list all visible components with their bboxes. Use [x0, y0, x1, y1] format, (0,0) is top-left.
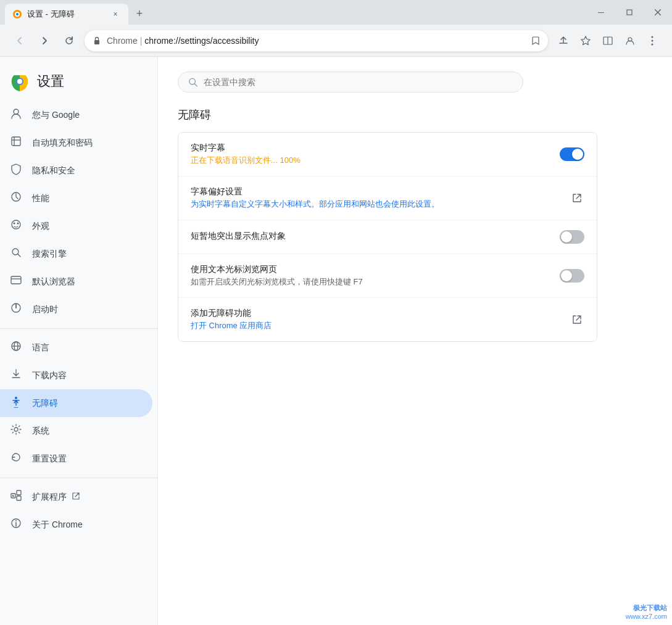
sidebar-item-language[interactable]: 语言: [0, 334, 152, 362]
svg-point-24: [12, 220, 20, 229]
toggle-live_captions[interactable]: [560, 147, 584, 161]
settings-row-add_accessibility: 添加无障碍功能 打开 Chrome 应用商店: [178, 298, 597, 341]
svg-point-44: [15, 520, 17, 521]
tab-favicon: [12, 9, 22, 19]
svg-point-13: [652, 43, 653, 45]
sidebar-item-appearance[interactable]: 外观: [0, 212, 152, 240]
section-title: 无障碍: [178, 107, 652, 122]
svg-line-28: [18, 254, 20, 257]
sidebar-item-google[interactable]: 您与 Google: [0, 101, 152, 129]
main-content: 无障碍 实时字幕 正在下载语音识别文件... 100% 字幕偏好设置 为实时字幕…: [158, 57, 672, 625]
tab-strip: 设置 - 无障碍 × +: [0, 0, 148, 25]
svg-rect-29: [11, 276, 21, 284]
sidebar-item-extensions[interactable]: 扩展程序: [0, 483, 152, 511]
share-button[interactable]: [554, 31, 573, 51]
sidebar-item-label-performance: 性能: [32, 193, 49, 204]
sidebar-icon-appearance: [10, 218, 22, 234]
bookmark-icon[interactable]: [531, 36, 541, 46]
settings-card: 实时字幕 正在下载语音识别文件... 100% 字幕偏好设置 为实时字幕自定义字…: [178, 132, 597, 342]
search-icon: [188, 77, 197, 87]
settings-row-desc-add_accessibility: 打开 Chrome 应用商店: [191, 320, 570, 331]
sidebar-divider-2: [0, 478, 157, 478]
toggle-caret_browse[interactable]: [560, 269, 584, 283]
settings-row-content-caret_browse: 使用文本光标浏览网页 如需开启或关闭光标浏览模式，请使用快捷键 F7: [191, 264, 560, 288]
search-input[interactable]: [204, 77, 513, 87]
sidebar-item-system[interactable]: 系统: [0, 417, 152, 445]
sidebar-item-reset[interactable]: 重置设置: [0, 445, 152, 473]
sidebar-item-browser[interactable]: 默认浏览器: [0, 268, 152, 296]
svg-point-2: [16, 13, 19, 15]
toggle-highlight_focus[interactable]: [560, 230, 584, 244]
settings-row-title-highlight_focus: 短暂地突出显示焦点对象: [191, 231, 560, 242]
sidebar-icon-search: [10, 246, 22, 262]
settings-row-desc-caption_prefs: 为实时字幕自定义字幕大小和样式。部分应用和网站也会使用此设置。: [191, 199, 570, 210]
sidebar-item-label-appearance: 外观: [32, 221, 49, 232]
sidebar-item-startup[interactable]: 启动时: [0, 296, 152, 323]
svg-rect-3: [598, 12, 604, 13]
close-window-button[interactable]: [644, 0, 672, 25]
refresh-button[interactable]: [59, 31, 79, 51]
sidebar-item-label-accessibility: 无障碍: [32, 398, 58, 409]
sidebar-item-search[interactable]: 搜索引擎: [0, 240, 152, 268]
restore-button[interactable]: [615, 0, 644, 25]
split-view-button[interactable]: [598, 31, 618, 51]
svg-rect-40: [17, 490, 21, 495]
sidebar-icon-startup: [10, 302, 22, 317]
svg-point-38: [14, 428, 18, 431]
active-tab[interactable]: 设置 - 无障碍 ×: [5, 4, 128, 25]
settings-row-title-live_captions: 实时字幕: [191, 143, 560, 154]
svg-point-37: [15, 397, 17, 399]
external-link-add_accessibility[interactable]: [570, 312, 584, 327]
sidebar-header: 设置: [0, 67, 157, 101]
omnibox[interactable]: Chrome | chrome://settings/accessibility: [84, 30, 549, 52]
settings-row-content-highlight_focus: 短暂地突出显示焦点对象: [191, 231, 560, 243]
settings-row-caption_prefs: 字幕偏好设置 为实时字幕自定义字幕大小和样式。部分应用和网站也会使用此设置。: [178, 176, 597, 220]
svg-point-27: [12, 249, 19, 255]
sidebar-item-performance[interactable]: 性能: [0, 184, 152, 212]
sidebar-item-label-autofill: 自动填充和密码: [32, 138, 93, 149]
toolbar: Chrome | chrome://settings/accessibility: [0, 25, 672, 57]
titlebar: 设置 - 无障碍 × +: [0, 0, 672, 25]
bookmark-star-button[interactable]: [576, 31, 595, 51]
menu-button[interactable]: [642, 31, 662, 51]
svg-rect-41: [17, 496, 21, 500]
profile-button[interactable]: [620, 31, 640, 51]
minimize-button[interactable]: [587, 0, 615, 25]
svg-point-11: [652, 36, 653, 38]
settings-row-title-caption_prefs: 字幕偏好设置: [191, 186, 570, 197]
search-bar[interactable]: [178, 72, 523, 93]
sidebar-item-privacy[interactable]: 隐私和安全: [0, 157, 152, 184]
sidebar-item-downloads[interactable]: 下载内容: [0, 362, 152, 389]
external-link-caption_prefs[interactable]: [570, 191, 584, 205]
svg-point-26: [17, 223, 19, 225]
sidebar-icon-browser: [10, 274, 22, 289]
sidebar-icon-downloads: [10, 368, 22, 383]
sidebar-item-label-browser: 默认浏览器: [32, 276, 75, 288]
sidebar-item-label-privacy: 隐私和安全: [32, 165, 75, 176]
tab-close-button[interactable]: ×: [110, 9, 121, 20]
chrome-logo: [10, 72, 30, 91]
sidebar-divider-1: [0, 328, 157, 329]
sidebar-item-label-startup: 启动时: [32, 304, 58, 315]
url-display: Chrome | chrome://settings/accessibility: [107, 36, 526, 46]
sidebar-item-accessibility[interactable]: 无障碍: [0, 389, 152, 417]
new-tab-button[interactable]: +: [131, 5, 148, 22]
external-link-icon-extensions[interactable]: [72, 492, 80, 502]
browser-content: 设置 您与 Google 自动填充和密码 隐私和安全 性能 外观 搜索引擎 默认…: [0, 57, 672, 625]
sidebar-icon-reset: [10, 451, 22, 466]
sidebar-item-label-search: 搜索引擎: [32, 249, 67, 260]
sidebar-item-autofill[interactable]: 自动填充和密码: [0, 129, 152, 157]
settings-row-highlight_focus: 短暂地突出显示焦点对象: [178, 220, 597, 254]
sidebar-item-about[interactable]: 关于 Chrome: [0, 511, 152, 539]
back-button[interactable]: [10, 31, 30, 51]
toggle-knob-live_captions: [572, 149, 583, 160]
settings-row-content-add_accessibility: 添加无障碍功能 打开 Chrome 应用商店: [191, 308, 570, 331]
toggle-knob-caret_browse: [561, 270, 572, 281]
sidebar-icon-accessibility: [10, 395, 22, 411]
sidebar-nav: 您与 Google 自动填充和密码 隐私和安全 性能 外观 搜索引擎 默认浏览器…: [0, 101, 157, 539]
forward-button[interactable]: [35, 31, 54, 51]
sidebar-item-label-extensions: 扩展程序: [32, 492, 67, 503]
settings-title: 设置: [37, 72, 64, 91]
sidebar-icon-about: [10, 517, 22, 532]
svg-rect-4: [627, 10, 632, 15]
